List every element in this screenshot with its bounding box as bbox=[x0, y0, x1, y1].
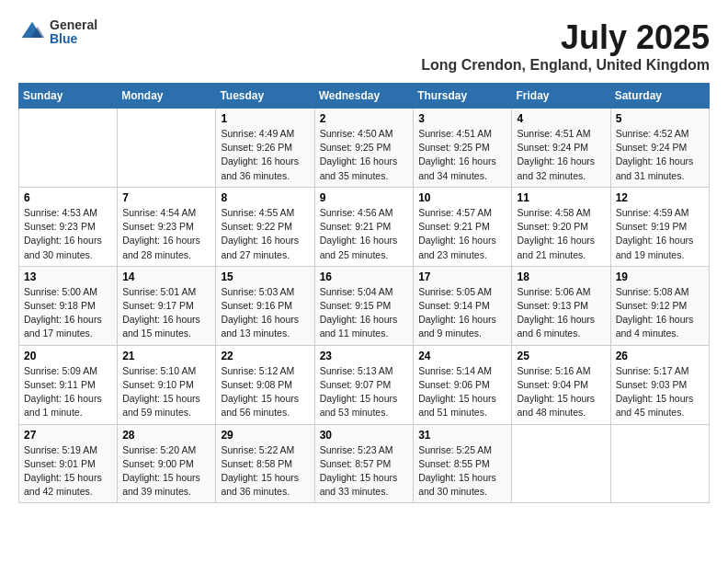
day-cell: 20Sunrise: 5:09 AM Sunset: 9:11 PM Dayli… bbox=[19, 345, 118, 424]
day-cell: 27Sunrise: 5:19 AM Sunset: 9:01 PM Dayli… bbox=[19, 424, 118, 503]
month-title: July 2025 bbox=[421, 18, 710, 57]
day-number: 17 bbox=[418, 270, 506, 283]
day-info: Sunrise: 4:52 AM Sunset: 9:24 PM Dayligh… bbox=[616, 127, 704, 183]
day-cell: 22Sunrise: 5:12 AM Sunset: 9:08 PM Dayli… bbox=[216, 345, 314, 424]
day-cell: 16Sunrise: 5:04 AM Sunset: 9:15 PM Dayli… bbox=[314, 266, 414, 345]
day-cell bbox=[118, 109, 216, 188]
day-number: 24 bbox=[418, 350, 506, 362]
logo-text: General Blue bbox=[50, 18, 97, 47]
day-info: Sunrise: 4:59 AM Sunset: 9:19 PM Dayligh… bbox=[616, 206, 704, 262]
day-info: Sunrise: 5:10 AM Sunset: 9:10 PM Dayligh… bbox=[122, 364, 210, 420]
logo: General Blue bbox=[18, 18, 97, 47]
day-info: Sunrise: 5:20 AM Sunset: 9:00 PM Dayligh… bbox=[122, 443, 210, 500]
col-header-sunday: Sunday bbox=[19, 84, 118, 109]
day-number: 10 bbox=[418, 191, 506, 204]
day-info: Sunrise: 4:56 AM Sunset: 9:21 PM Dayligh… bbox=[320, 206, 409, 262]
day-info: Sunrise: 5:13 AM Sunset: 9:07 PM Dayligh… bbox=[320, 364, 409, 420]
week-row-1: 1Sunrise: 4:49 AM Sunset: 9:26 PM Daylig… bbox=[19, 109, 710, 188]
day-number: 14 bbox=[122, 270, 210, 283]
day-cell: 25Sunrise: 5:16 AM Sunset: 9:04 PM Dayli… bbox=[512, 345, 610, 424]
day-number: 12 bbox=[616, 191, 704, 204]
day-cell: 11Sunrise: 4:58 AM Sunset: 9:20 PM Dayli… bbox=[512, 187, 610, 266]
logo-icon bbox=[18, 18, 46, 46]
day-cell: 28Sunrise: 5:20 AM Sunset: 9:00 PM Dayli… bbox=[118, 424, 216, 503]
day-number: 25 bbox=[517, 350, 605, 362]
day-cell: 21Sunrise: 5:10 AM Sunset: 9:10 PM Dayli… bbox=[118, 345, 216, 424]
day-info: Sunrise: 5:25 AM Sunset: 8:55 PM Dayligh… bbox=[418, 443, 506, 500]
day-cell: 10Sunrise: 4:57 AM Sunset: 9:21 PM Dayli… bbox=[414, 187, 512, 266]
day-cell: 24Sunrise: 5:14 AM Sunset: 9:06 PM Dayli… bbox=[414, 345, 512, 424]
day-number: 5 bbox=[616, 112, 704, 125]
day-number: 8 bbox=[221, 191, 309, 204]
calendar-table: SundayMondayTuesdayWednesdayThursdayFrid… bbox=[18, 83, 710, 503]
day-cell: 8Sunrise: 4:55 AM Sunset: 9:22 PM Daylig… bbox=[216, 187, 314, 266]
week-row-2: 6Sunrise: 4:53 AM Sunset: 9:23 PM Daylig… bbox=[19, 187, 710, 266]
day-info: Sunrise: 5:12 AM Sunset: 9:08 PM Dayligh… bbox=[221, 364, 309, 420]
day-info: Sunrise: 5:17 AM Sunset: 9:03 PM Dayligh… bbox=[616, 364, 704, 420]
day-info: Sunrise: 4:53 AM Sunset: 9:23 PM Dayligh… bbox=[24, 206, 112, 262]
day-info: Sunrise: 4:51 AM Sunset: 9:25 PM Dayligh… bbox=[418, 127, 506, 183]
day-number: 29 bbox=[221, 429, 309, 442]
day-cell: 3Sunrise: 4:51 AM Sunset: 9:25 PM Daylig… bbox=[414, 109, 512, 188]
page-header: General Blue July 2025 Long Crendon, Eng… bbox=[18, 18, 710, 74]
day-info: Sunrise: 5:16 AM Sunset: 9:04 PM Dayligh… bbox=[517, 364, 605, 420]
day-cell: 5Sunrise: 4:52 AM Sunset: 9:24 PM Daylig… bbox=[610, 109, 709, 188]
day-number: 6 bbox=[24, 191, 112, 204]
week-row-4: 20Sunrise: 5:09 AM Sunset: 9:11 PM Dayli… bbox=[19, 345, 710, 424]
day-info: Sunrise: 5:03 AM Sunset: 9:16 PM Dayligh… bbox=[221, 285, 309, 341]
day-info: Sunrise: 5:22 AM Sunset: 8:58 PM Dayligh… bbox=[221, 443, 309, 500]
day-number: 20 bbox=[24, 350, 112, 362]
header-row: SundayMondayTuesdayWednesdayThursdayFrid… bbox=[19, 84, 710, 109]
day-info: Sunrise: 5:04 AM Sunset: 9:15 PM Dayligh… bbox=[320, 285, 409, 341]
location: Long Crendon, England, United Kingdom bbox=[421, 57, 710, 74]
day-number: 26 bbox=[616, 350, 704, 362]
day-number: 1 bbox=[221, 112, 309, 125]
day-cell: 14Sunrise: 5:01 AM Sunset: 9:17 PM Dayli… bbox=[118, 266, 216, 345]
day-cell: 4Sunrise: 4:51 AM Sunset: 9:24 PM Daylig… bbox=[512, 109, 610, 188]
day-cell: 2Sunrise: 4:50 AM Sunset: 9:25 PM Daylig… bbox=[314, 109, 414, 188]
day-number: 4 bbox=[517, 112, 605, 125]
day-number: 13 bbox=[24, 270, 112, 283]
day-cell: 23Sunrise: 5:13 AM Sunset: 9:07 PM Dayli… bbox=[314, 345, 414, 424]
day-info: Sunrise: 5:19 AM Sunset: 9:01 PM Dayligh… bbox=[24, 443, 112, 500]
day-info: Sunrise: 5:01 AM Sunset: 9:17 PM Dayligh… bbox=[122, 285, 210, 341]
day-info: Sunrise: 4:50 AM Sunset: 9:25 PM Dayligh… bbox=[320, 127, 409, 183]
day-cell: 30Sunrise: 5:23 AM Sunset: 8:57 PM Dayli… bbox=[314, 424, 414, 503]
day-info: Sunrise: 5:23 AM Sunset: 8:57 PM Dayligh… bbox=[320, 443, 409, 500]
col-header-thursday: Thursday bbox=[414, 84, 512, 109]
day-info: Sunrise: 4:58 AM Sunset: 9:20 PM Dayligh… bbox=[517, 206, 605, 262]
day-cell: 18Sunrise: 5:06 AM Sunset: 9:13 PM Dayli… bbox=[512, 266, 610, 345]
day-cell bbox=[512, 424, 610, 503]
day-cell: 19Sunrise: 5:08 AM Sunset: 9:12 PM Dayli… bbox=[610, 266, 709, 345]
day-number: 21 bbox=[122, 350, 210, 362]
day-cell: 1Sunrise: 4:49 AM Sunset: 9:26 PM Daylig… bbox=[216, 109, 314, 188]
day-info: Sunrise: 5:14 AM Sunset: 9:06 PM Dayligh… bbox=[418, 364, 506, 420]
col-header-saturday: Saturday bbox=[610, 84, 709, 109]
day-cell: 7Sunrise: 4:54 AM Sunset: 9:23 PM Daylig… bbox=[118, 187, 216, 266]
day-info: Sunrise: 4:51 AM Sunset: 9:24 PM Dayligh… bbox=[517, 127, 605, 183]
day-number: 16 bbox=[320, 270, 409, 283]
day-number: 15 bbox=[221, 270, 309, 283]
day-info: Sunrise: 4:54 AM Sunset: 9:23 PM Dayligh… bbox=[122, 206, 210, 262]
day-number: 11 bbox=[517, 191, 605, 204]
col-header-monday: Monday bbox=[118, 84, 216, 109]
day-number: 22 bbox=[221, 350, 309, 362]
day-info: Sunrise: 4:55 AM Sunset: 9:22 PM Dayligh… bbox=[221, 206, 309, 262]
day-info: Sunrise: 5:05 AM Sunset: 9:14 PM Dayligh… bbox=[418, 285, 506, 341]
day-info: Sunrise: 5:09 AM Sunset: 9:11 PM Dayligh… bbox=[24, 364, 112, 420]
day-cell: 26Sunrise: 5:17 AM Sunset: 9:03 PM Dayli… bbox=[610, 345, 709, 424]
day-number: 19 bbox=[616, 270, 704, 283]
day-info: Sunrise: 5:00 AM Sunset: 9:18 PM Dayligh… bbox=[24, 285, 112, 341]
day-cell: 9Sunrise: 4:56 AM Sunset: 9:21 PM Daylig… bbox=[314, 187, 414, 266]
day-info: Sunrise: 4:49 AM Sunset: 9:26 PM Dayligh… bbox=[221, 127, 309, 183]
day-number: 30 bbox=[320, 429, 409, 442]
day-cell: 13Sunrise: 5:00 AM Sunset: 9:18 PM Dayli… bbox=[19, 266, 118, 345]
day-cell: 15Sunrise: 5:03 AM Sunset: 9:16 PM Dayli… bbox=[216, 266, 314, 345]
col-header-wednesday: Wednesday bbox=[314, 84, 414, 109]
day-number: 28 bbox=[122, 429, 210, 442]
day-cell: 17Sunrise: 5:05 AM Sunset: 9:14 PM Dayli… bbox=[414, 266, 512, 345]
title-block: July 2025 Long Crendon, England, United … bbox=[421, 18, 710, 74]
day-info: Sunrise: 5:08 AM Sunset: 9:12 PM Dayligh… bbox=[616, 285, 704, 341]
day-number: 7 bbox=[122, 191, 210, 204]
day-number: 18 bbox=[517, 270, 605, 283]
